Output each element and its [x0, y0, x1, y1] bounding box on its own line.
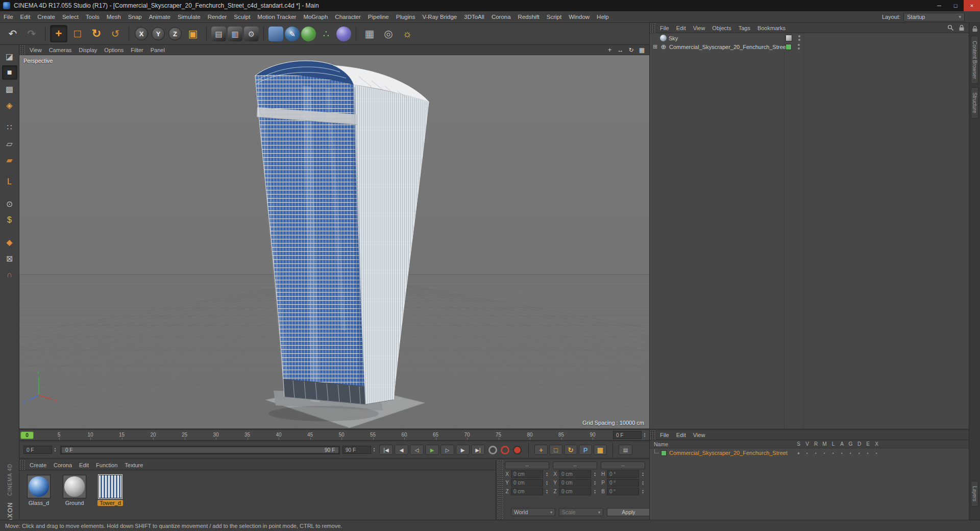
layout-dropdown[interactable]: Startup [903, 13, 965, 21]
previous-frame-button[interactable]: ◁ [410, 445, 424, 455]
timeline-frame-40[interactable]: 40 [276, 432, 281, 438]
scale-tool-icon[interactable]: □ [69, 25, 86, 42]
preview-start-field[interactable]: 0 F [23, 446, 52, 454]
menu-create[interactable]: Create [34, 14, 59, 20]
polygons-mode-icon[interactable]: ▰ [2, 153, 17, 167]
object-name[interactable]: Commercial_Skyscraper_20_Fenchurch_Stree… [669, 44, 788, 50]
dollar-coin-icon[interactable]: $ [2, 213, 17, 227]
camera-object-icon[interactable]: ◎ [380, 25, 397, 42]
viewport-menu-options[interactable]: Options [101, 47, 127, 53]
material-item-tower-d[interactable]: Tower_d [96, 475, 125, 506]
viewport-canvas[interactable]: Y X Z [19, 55, 649, 428]
current-frame-field[interactable]: 0 F [613, 431, 642, 439]
stepper-down-icon[interactable]: ▾ [593, 474, 597, 477]
coordinates-header-size[interactable]: -- [553, 462, 597, 469]
preview-end-field[interactable]: 90 F [342, 446, 371, 454]
make-editable-icon[interactable]: ◪ [2, 49, 17, 63]
object-manager-menu-edit[interactable]: Edit [673, 25, 690, 31]
menu-pipeline[interactable]: Pipeline [364, 14, 393, 20]
deformer-objects-icon[interactable] [336, 27, 351, 41]
stepper-down-icon[interactable]: ▾ [641, 492, 645, 494]
timeline-frame-55[interactable]: 55 [370, 432, 376, 438]
points-mode-icon[interactable]: ∷ [2, 120, 17, 134]
minimize-button[interactable]: ─ [931, 0, 947, 11]
layer-color-chip[interactable] [661, 450, 667, 456]
stepper-down-icon[interactable]: ▾ [641, 483, 645, 486]
menu-3dtoall[interactable]: 3DToAll [460, 14, 488, 20]
panel-grip[interactable] [650, 430, 655, 440]
next-frame-button[interactable]: ▷ [440, 445, 454, 455]
menu-v-ray-bridge[interactable]: V-Ray Bridge [419, 14, 460, 20]
material-menu-create[interactable]: Create [26, 462, 50, 468]
coordinate-stepper[interactable]: ▴▾ [545, 472, 549, 477]
menu-snap[interactable]: Snap [125, 14, 145, 20]
layer-toggle-r[interactable]: ▪ [812, 451, 820, 455]
panel-grip[interactable] [497, 460, 503, 520]
timeline-frame-35[interactable]: 35 [244, 432, 250, 438]
menu-simulate[interactable]: Simulate [174, 14, 204, 20]
timeline-options-button[interactable]: ▤ [619, 445, 632, 455]
timeline-frame-50[interactable]: 50 [338, 432, 344, 438]
timeline-frame-15[interactable]: 15 [119, 432, 125, 438]
edges-mode-icon[interactable]: ▱ [2, 136, 17, 151]
dock-tab-layers[interactable]: Layers [971, 481, 978, 506]
light-object-icon[interactable]: ☼ [399, 25, 416, 42]
stepper-down-icon[interactable]: ▾ [593, 483, 597, 486]
timeline-frame-70[interactable]: 70 [464, 432, 470, 438]
timeline-ruler[interactable]: 0 51015202530354045505560657075808590 [19, 430, 613, 440]
timeline-frame-80[interactable]: 80 [527, 432, 532, 438]
layer-toggle-a[interactable]: ▪ [838, 451, 846, 455]
preview-end-stepper[interactable]: ▴▾ [372, 447, 377, 452]
visibility-dots[interactable] [798, 35, 800, 41]
timeline-frame-65[interactable]: 65 [433, 432, 438, 438]
lock-icon[interactable] [959, 25, 965, 31]
viewport-menu-cameras[interactable]: Cameras [45, 47, 76, 53]
search-icon[interactable] [947, 25, 954, 31]
object-manager-menu-bookmarks[interactable]: Bookmarks [754, 25, 789, 31]
menu-animate[interactable]: Animate [145, 14, 174, 20]
stepper-down-icon[interactable]: ▾ [545, 483, 549, 486]
menu-help[interactable]: Help [593, 14, 612, 20]
record-rotation-toggle[interactable]: ↻ [564, 445, 577, 455]
coordinate-stepper[interactable]: ▴▾ [641, 480, 645, 486]
move-tool-icon[interactable]: + [50, 25, 67, 42]
stepper-down-icon[interactable]: ▾ [641, 474, 645, 477]
undo-icon[interactable]: ↶ [4, 25, 21, 42]
material-item-ground[interactable]: Ground [60, 475, 89, 506]
coordinate-stepper[interactable]: ▴▾ [545, 489, 549, 494]
lock-y-axis-icon[interactable]: Y [152, 27, 165, 40]
menu-render[interactable]: Render [204, 14, 231, 20]
menu-motion-tracker[interactable]: Motion Tracker [254, 14, 300, 20]
timeline-frame-45[interactable]: 45 [307, 432, 313, 438]
record-keyframes-button[interactable] [488, 446, 497, 454]
pan-view-icon[interactable]: + [605, 46, 615, 54]
material-menu-corona[interactable]: Corona [50, 462, 76, 468]
maximize-button[interactable]: □ [947, 0, 964, 11]
layer-manager-menu-file[interactable]: File [656, 432, 673, 438]
dock-tab-content-browser[interactable]: Content Browser [971, 36, 978, 84]
object-manager-menu-view[interactable]: View [690, 25, 709, 31]
coordinate-input[interactable]: 0 cm [559, 479, 591, 487]
layer-manager-menu-edit[interactable]: Edit [673, 432, 690, 438]
last-used-tool-icon[interactable]: ↺ [107, 25, 124, 42]
material-item-glass-d[interactable]: Glass_d [24, 475, 53, 506]
object-manager-menu-objects[interactable]: Objects [708, 25, 734, 31]
texture-mode-icon[interactable]: ▩ [2, 82, 17, 96]
rotate-view-icon[interactable]: ↻ [626, 46, 636, 54]
timeline-frame-75[interactable]: 75 [496, 432, 501, 438]
coordinate-stepper[interactable]: ▴▾ [593, 472, 597, 477]
layer-toggle-l[interactable]: ▪ [829, 451, 838, 455]
current-frame-marker[interactable]: 0 [20, 431, 34, 439]
stepper-down-icon[interactable]: ▾ [53, 450, 58, 452]
visibility-dot[interactable] [798, 44, 800, 46]
view-name-label[interactable]: Perspective [23, 58, 53, 64]
redo-icon[interactable]: ↷ [23, 25, 40, 42]
material-thumbnail[interactable] [63, 475, 86, 498]
snapping-icon[interactable]: ∩ [2, 268, 17, 282]
coordinate-stepper[interactable]: ▴▾ [545, 480, 549, 486]
layer-color-chip[interactable] [786, 44, 792, 50]
coordinate-stepper[interactable]: ▴▾ [641, 489, 645, 494]
menu-select[interactable]: Select [59, 14, 82, 20]
menu-window[interactable]: Window [565, 14, 593, 20]
texture-tag-icon[interactable] [786, 35, 792, 41]
